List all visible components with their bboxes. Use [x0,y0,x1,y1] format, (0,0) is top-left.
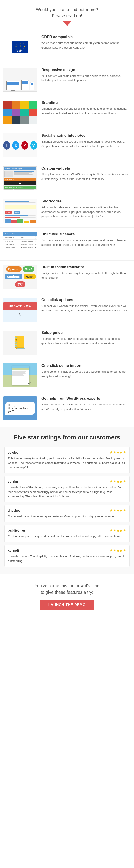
feature-setup-text: Setup guide Learn step-by-step, how to s… [42,331,130,346]
cta-text: You've come this far, now it's time to g… [4,583,130,595]
feature-demo-image: ↙ [3,364,37,388]
review-card: kprendi ★★★★★ I love this theme! The sim… [4,545,130,567]
feature-wordpress: Hello, How can we help you? Get help fro… [0,392,134,425]
feature-gdpr-desc: We've made sure that our themes are full… [42,41,130,50]
feature-gdpr-text: GDPR compatible We've made sure that our… [42,35,130,50]
update-now-button[interactable]: UPDATE NOW [3,302,37,310]
ratings-title: Five star ratings from our customers [4,434,130,441]
reviewer-name: paddietimes [8,529,26,532]
features-section: ★ ★ ★ ★ ★ ★ ★ ★ ★ ★ ★ ★ GDPR GDPR compat… [0,28,134,427]
cursor-icon: ↖ [18,312,22,317]
feature-social-desc: Safarica provides full social sharing in… [42,140,130,149]
feature-demo-desc: Demo content is included, so you get a w… [42,370,130,379]
feature-shortcodes-text: Shortcodes Add complex elements to your … [42,199,130,219]
feature-social-title: Social sharing integrated [42,133,130,138]
feature-updates: UPDATE NOW ↖ One click updates Connect y… [0,293,134,326]
feature-setup-image: 📒 [3,331,37,354]
review-card: dhoebee ★★★★★ Gorgeous-looking theme and… [4,505,130,522]
ratings-section: Five star ratings from our customers col… [0,427,134,574]
feature-wordpress-desc: Have questions, issues or feature ideas?… [42,402,130,411]
feature-wordpress-title: Get help from WordPress experts [42,396,130,401]
feature-gdpr-title: GDPR compatible [42,35,130,39]
feature-responsive-desc: Your content will scale perfectly to sui… [42,74,130,83]
review-card: coletec ★★★★★ This theme is easy to work… [4,447,130,473]
bubble-bonjour: Bonjour! [5,274,22,279]
review-stars: ★★★★★ [110,450,126,455]
review-stars: ★★★★★ [110,549,126,553]
vimeo-icon: V [30,141,37,150]
review-card: paddietimes ★★★★★ Customer support, desi… [4,525,130,542]
feature-responsive-title: Responsive design [42,68,130,72]
tablet-icon [21,80,29,90]
bubble-privet: Привет! [6,267,22,272]
bubble-hello: Hello! [24,274,36,279]
reviewer-name: vprehn [8,480,18,483]
feature-branding-desc: Safarica provides options for unlimited … [42,107,130,116]
feature-branding: Branding Safarica provides options for u… [0,96,134,129]
feature-shortcodes-title: Shortcodes [42,199,130,204]
feature-setup-title: Setup guide [42,331,130,335]
feature-updates-image: UPDATE NOW ↖ [3,298,37,322]
twitter-icon: 𝕥 [12,141,19,150]
review-text: This theme is easy to work with, yet it … [8,456,126,470]
feature-sidebars-text: Unlimited sidebars You can create as man… [42,232,130,247]
feature-updates-desc: Connect your website with the official E… [42,304,130,313]
notebook-icon: 📒 [12,336,28,350]
feature-widgets: Author Profile Widget Video Widget ▶ Fea… [0,162,134,195]
feature-wordpress-text: Get help from WordPress experts Have que… [42,396,130,411]
feature-translator: Привет! Ciao! Bonjour! Hello! 您好! Built-… [0,260,134,293]
feature-widgets-image: Author Profile Widget Video Widget ▶ Fea… [3,166,37,190]
feature-updates-title: One click updates [42,298,130,302]
launch-demo-button[interactable]: LAUNCH THE DEMO [39,600,95,610]
feature-setup: 📒 Setup guide Learn step-by-step, how to… [0,326,134,359]
feature-sidebars-title: Unlimited sidebars [42,232,130,236]
feature-social: f 𝕥 P V Social sharing integrated Safari… [0,129,134,162]
hero-title: Would you like to find out more? Please … [4,6,130,19]
feature-wordpress-image: Hello, How can we help you? [3,396,37,420]
facebook-icon: f [3,141,10,150]
feature-shortcodes-desc: Add complex elements to your content eas… [42,205,130,219]
reviewer-name: kprendi [8,549,19,552]
feature-sidebars-image: Unlimited Sidebars Home Sidebar ▾ Footer… [3,232,37,256]
feature-responsive-text: Responsive design Your content will scal… [42,68,130,83]
feature-translator-desc: Easily modify or translate any text on y… [42,271,130,280]
feature-sidebars-desc: You can create as many sidebars as you n… [42,238,130,247]
review-stars: ★★★★★ [110,528,126,533]
review-text: Gorgeous-looking theme and great feature… [8,514,126,519]
feature-branding-image [3,100,37,124]
wp-help-bubble: Hello, How can we help you? [5,402,35,415]
phone-icon [30,82,34,90]
review-stars: ★★★★★ [110,479,126,484]
feature-demo-text: One-click demo import Demo content is in… [42,364,130,379]
feature-responsive: Responsive design Your content will scal… [0,63,134,96]
feature-setup-desc: Learn step-by-step, how to setup Safaric… [42,337,130,346]
feature-responsive-image [3,68,37,92]
cta-section: You've come this far, now it's time to g… [0,574,134,616]
feature-sidebars: Unlimited Sidebars Home Sidebar ▾ Footer… [0,228,134,260]
cursor-icon: ↙ [28,380,32,386]
feature-demo: ↙ One-click demo import Demo content is … [0,359,134,392]
feature-shortcodes: Button Button Shortcodes Add complex ele… [0,195,134,228]
feature-branding-text: Branding Safarica provides options for u… [42,100,130,116]
review-stars: ★★★★★ [110,508,126,513]
eu-flag-icon: ★ ★ ★ ★ ★ ★ ★ ★ ★ ★ ★ ★ GDPR [12,41,28,53]
feature-translator-image: Привет! Ciao! Bonjour! Hello! 您好! [3,265,37,289]
hero-arrow-icon [63,21,71,26]
pinterest-icon: P [21,141,28,150]
reviews-list: coletec ★★★★★ This theme is easy to work… [4,447,130,567]
feature-translator-text: Built-in theme translator Easily modify … [42,265,130,280]
feature-widgets-desc: Alongside the standard WordPress widgets… [42,173,130,182]
monitor-icon [6,81,21,90]
feature-social-image: f 𝕥 P V [3,133,37,157]
reviewer-name: coletec [8,451,18,454]
feature-demo-title: One-click demo import [42,364,130,368]
feature-gdpr: ★ ★ ★ ★ ★ ★ ★ ★ ★ ★ ★ ★ GDPR GDPR compat… [0,30,134,63]
review-text: I love the look of this theme, it was ve… [8,485,126,499]
reviewer-name: dhoebee [8,509,21,513]
feature-gdpr-image: ★ ★ ★ ★ ★ ★ ★ ★ ★ ★ ★ ★ GDPR [3,35,37,59]
feature-widgets-text: Custom widgets Alongside the standard Wo… [42,166,130,182]
hero-section: Would you like to find out more? Please … [0,0,134,28]
bubble-chinese: 您好! [15,281,26,287]
feature-social-text: Social sharing integrated Safarica provi… [42,133,130,149]
feature-translator-title: Built-in theme translator [42,265,130,269]
